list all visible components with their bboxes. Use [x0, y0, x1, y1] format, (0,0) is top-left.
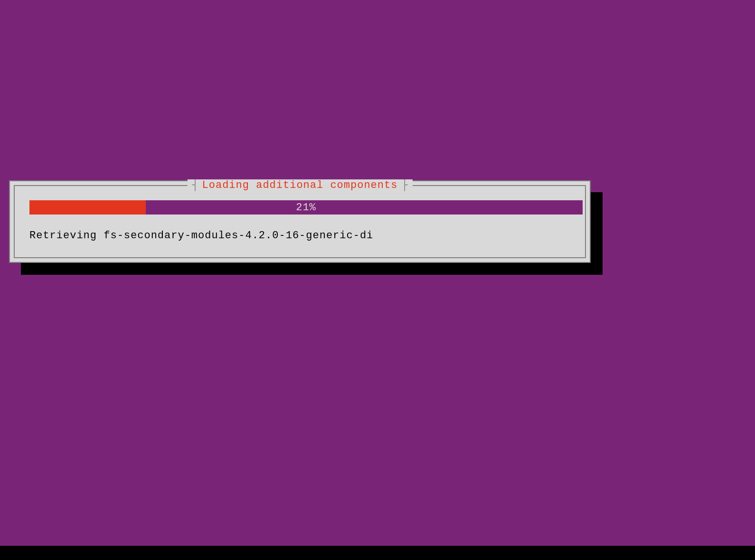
progress-bar: 21% — [29, 200, 583, 215]
status-message: Retrieving fs-secondary-modules-4.2.0-16… — [29, 230, 373, 242]
title-bracket-right: ├ — [400, 179, 408, 191]
title-bracket-left: ┤ — [191, 179, 199, 191]
dialog-outer: ┤ Loading additional components ├ 21% Re… — [9, 180, 591, 263]
dialog-inner: ┤ Loading additional components ├ 21% Re… — [14, 185, 586, 258]
dialog-title: Loading additional components — [199, 179, 401, 191]
dialog-title-container: ┤ Loading additional components ├ — [187, 179, 412, 191]
progress-dialog: ┤ Loading additional components ├ 21% Re… — [9, 180, 591, 263]
bottom-bar — [0, 546, 755, 560]
progress-percentage: 21% — [29, 200, 583, 215]
